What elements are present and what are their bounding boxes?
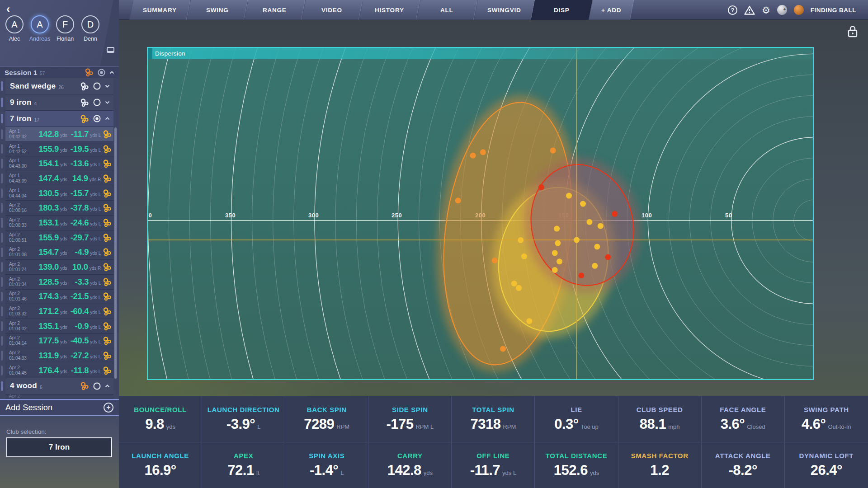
- club-row-9-iron[interactable]: 9 iron4: [5, 94, 113, 111]
- shot-time: 04:44:04: [9, 193, 31, 199]
- shot-row[interactable]: Apr 104:42:52155.9yds-19.5yds L: [5, 142, 113, 157]
- help-icon[interactable]: ?: [728, 5, 737, 15]
- shot-row[interactable]: Apr 201:04:14177.5yds-40.5yds L: [5, 334, 113, 349]
- back-arrow-icon[interactable]: ‹: [6, 3, 10, 15]
- shot-dot-7-iron[interactable]: [574, 237, 580, 243]
- shot-row[interactable]: Apr 201:04:33131.9yds-27.2yds L: [5, 348, 113, 363]
- shot-dot-7-iron[interactable]: [566, 193, 572, 199]
- shots-cluster-icon: [85, 68, 94, 77]
- stat-value: 7318: [470, 416, 500, 432]
- tab--add[interactable]: + ADD: [589, 0, 634, 20]
- shot-row[interactable]: Apr 2: [5, 394, 113, 399]
- shot-dot-7-iron[interactable]: [557, 258, 562, 264]
- warning-icon[interactable]: [744, 5, 755, 15]
- shot-row[interactable]: Apr 201:01:24139.0yds10.0yds R: [5, 260, 113, 275]
- club-toggle-icon[interactable]: [93, 82, 101, 90]
- add-session-button[interactable]: Add Session +: [0, 399, 119, 416]
- tab-swing[interactable]: SWING: [187, 0, 248, 20]
- player-avatar-andreas[interactable]: AAndreas: [29, 15, 51, 42]
- shot-row[interactable]: Apr 201:00:51155.9yds-29.7yds L: [5, 230, 113, 245]
- shot-row[interactable]: Apr 201:01:46174.3yds-21.5yds L: [5, 290, 113, 305]
- shot-row[interactable]: Apr 201:00:33153.1yds-24.6yds L: [5, 216, 113, 230]
- shot-dot-4-wood[interactable]: [470, 153, 476, 159]
- club-selection-dropdown[interactable]: 7 Iron: [6, 437, 112, 457]
- stat-unit: L: [340, 469, 344, 476]
- shot-dot-9-iron[interactable]: [578, 272, 584, 278]
- shot-dot-9-iron[interactable]: [538, 184, 544, 190]
- shot-dot-7-iron[interactable]: [598, 223, 604, 229]
- tab-disp[interactable]: DISP: [531, 0, 593, 20]
- tab-video[interactable]: VIDEO: [302, 0, 363, 20]
- tab-range[interactable]: RANGE: [244, 0, 306, 20]
- shot-dot-7-iron[interactable]: [511, 281, 517, 286]
- lock-icon[interactable]: [846, 24, 859, 39]
- selected-club-toggle-icon[interactable]: [97, 68, 106, 77]
- shot-dot-9-iron[interactable]: [612, 211, 618, 217]
- club-row-4-wood[interactable]: 4 wood6: [5, 378, 113, 394]
- shot-time: 04:43:00: [9, 164, 31, 169]
- shot-row[interactable]: Apr 104:43:09147.4yds14.9yds R: [5, 171, 113, 186]
- shot-carry-value: 176.4: [38, 366, 59, 375]
- shot-dot-7-iron[interactable]: [586, 219, 592, 225]
- player-avatar-denn[interactable]: DDenn: [80, 15, 101, 42]
- shot-row[interactable]: Apr 201:00:16180.3yds-37.8yds L: [5, 201, 113, 216]
- stat-value-line: 4.6°Out-to-In: [802, 416, 851, 432]
- shot-row[interactable]: Apr 201:01:34128.5yds-3.3yds L: [5, 275, 113, 290]
- player-avatar-alec[interactable]: AAlec: [4, 15, 25, 42]
- club-toggle-icon[interactable]: [93, 98, 101, 107]
- tab-summary[interactable]: SUMMARY: [129, 0, 191, 20]
- stat-value-line: -8.2°: [729, 462, 757, 479]
- plus-icon: +: [104, 403, 113, 413]
- scrollbar-thumb[interactable]: [114, 127, 117, 379]
- stats-panel: BOUNCE/ROLL9.8ydsLAUNCH DIRECTION-3.9°LB…: [119, 396, 868, 488]
- stat-off-line: OFF LINE-11.7yds L: [452, 442, 535, 488]
- shot-dot-7-iron[interactable]: [518, 237, 524, 243]
- shot-row[interactable]: Apr 104:42:42142.8yds-11.7yds L: [5, 127, 113, 142]
- shot-dot-7-iron[interactable]: [554, 226, 560, 232]
- settings-gear-icon[interactable]: ⚙: [762, 5, 770, 15]
- tab-swingvid[interactable]: SWINGVID: [474, 0, 535, 20]
- shot-time: 01:01:24: [9, 267, 31, 272]
- tab-history[interactable]: HISTORY: [359, 0, 420, 20]
- chevron-up-icon[interactable]: [109, 71, 114, 74]
- club-row-7-iron[interactable]: 7 iron17: [5, 111, 113, 127]
- shot-dot-4-wood[interactable]: [492, 258, 498, 263]
- shot-dot-7-iron[interactable]: [526, 318, 532, 324]
- shot-row[interactable]: Apr 201:04:02135.1yds-0.9yds L: [5, 319, 113, 334]
- shot-dot-7-iron[interactable]: [552, 267, 558, 273]
- chevron-up-icon[interactable]: [105, 117, 110, 120]
- shot-dot-7-iron[interactable]: [594, 244, 600, 249]
- ball-add-icon[interactable]: [777, 5, 787, 15]
- shot-row[interactable]: Apr 201:01:08154.7yds-4.9yds L: [5, 245, 113, 260]
- ring-label-100: 100: [642, 212, 652, 219]
- shot-dot-7-iron[interactable]: [592, 263, 598, 269]
- collapse-panel-icon[interactable]: [107, 47, 114, 53]
- shot-dot-7-iron[interactable]: [555, 240, 561, 246]
- chevron-down-icon[interactable]: [105, 84, 110, 88]
- selected-club-toggle-icon[interactable]: [93, 114, 101, 123]
- stat-value: 26.4°: [811, 462, 842, 479]
- shot-row[interactable]: Apr 201:04:45176.4yds-11.8yds L: [5, 363, 113, 378]
- shot-row[interactable]: Apr 104:44:04130.5yds-15.7yds L: [5, 186, 113, 201]
- tab-all[interactable]: ALL: [416, 0, 478, 20]
- club-toggle-icon[interactable]: [93, 382, 101, 390]
- shot-offline-unit: yds L: [90, 133, 101, 138]
- club-row-sand-wedge[interactable]: Sand wedge26: [5, 78, 113, 94]
- shot-dot-7-iron[interactable]: [580, 201, 586, 207]
- stat-value: 7289: [304, 416, 334, 432]
- shot-dot-7-iron[interactable]: [521, 253, 527, 259]
- chevron-down-icon[interactable]: [105, 101, 110, 104]
- shot-dot-4-wood[interactable]: [480, 149, 486, 155]
- shot-dot-4-wood[interactable]: [455, 197, 461, 203]
- shot-dot-4-wood[interactable]: [550, 148, 556, 154]
- shot-dot-9-iron[interactable]: [605, 254, 611, 260]
- shot-dot-7-iron[interactable]: [516, 285, 522, 291]
- chevron-up-icon[interactable]: [105, 385, 110, 388]
- shot-row[interactable]: Apr 201:03:32171.2yds-60.4yds L: [5, 304, 113, 319]
- session-header[interactable]: Session 1 57: [0, 66, 119, 78]
- player-avatar-florian[interactable]: FFlorian: [54, 15, 76, 42]
- shots-cluster-icon: [103, 292, 112, 301]
- shot-dot-4-wood[interactable]: [500, 346, 506, 352]
- shot-row[interactable]: Apr 104:43:00154.1yds-13.6yds L: [5, 156, 113, 171]
- shot-dot-7-iron[interactable]: [552, 250, 558, 256]
